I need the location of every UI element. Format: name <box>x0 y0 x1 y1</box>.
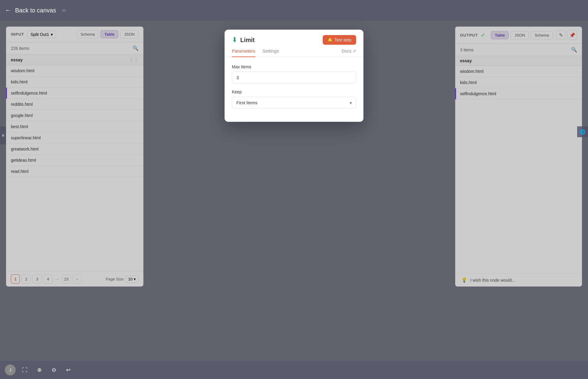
bottom-bar: J ⛶ ⊕ ⊖ ↩ <box>0 361 588 379</box>
keep-label: Keep <box>232 89 356 94</box>
external-link-icon: ↗ <box>353 49 356 53</box>
canvas-area: INPUT Split Out1 ▾ Schema Table JSON 226… <box>0 21 588 379</box>
fullscreen-icon[interactable]: ⛶ <box>19 364 30 375</box>
test-step-button[interactable]: 🔔 Test step <box>323 35 356 45</box>
modal-header: ⬇ Limit 🔔 Test step <box>225 30 363 45</box>
left-edge-icon[interactable]: ≡ <box>0 126 6 144</box>
max-items-group: Max Items <box>232 64 356 83</box>
zoom-in-icon[interactable]: ⊕ <box>34 364 45 375</box>
keep-value: First Items <box>236 100 257 105</box>
docs-label: Docs <box>342 49 351 53</box>
user-avatar[interactable]: J <box>5 364 16 375</box>
top-bar: ← Back to canvas ∞ <box>0 0 588 21</box>
modal-title-area: ⬇ Limit <box>232 36 255 44</box>
modal-tab-settings[interactable]: Settings <box>263 48 279 57</box>
max-items-label: Max Items <box>232 64 356 69</box>
docs-link[interactable]: Docs ↗ <box>342 48 356 57</box>
back-to-canvas-label[interactable]: Back to canvas <box>15 7 56 14</box>
modal-title: Limit <box>240 37 255 44</box>
back-arrow-icon[interactable]: ← <box>5 6 11 14</box>
modal-tab-parameters[interactable]: Parameters <box>232 48 255 57</box>
keep-group: Keep First Items <box>232 89 356 109</box>
left-edge: ≡ <box>0 126 6 144</box>
modal-overlay: ⬇ Limit 🔔 Test step Parameters Settings … <box>0 21 588 379</box>
right-edge: 🌐 <box>577 126 588 137</box>
test-step-label: Test step <box>334 37 351 42</box>
zoom-out-icon[interactable]: ⊖ <box>48 364 59 375</box>
max-items-input[interactable] <box>232 72 356 83</box>
keep-select-wrapper: First Items <box>232 97 356 109</box>
keep-select[interactable]: First Items <box>232 97 356 109</box>
bell-icon: 🔔 <box>328 37 333 42</box>
modal-body: Max Items Keep First Items <box>225 57 363 122</box>
limit-modal: ⬇ Limit 🔔 Test step Parameters Settings … <box>225 30 363 122</box>
brand-icon: ∞ <box>62 7 66 14</box>
limit-icon: ⬇ <box>232 36 237 44</box>
undo-icon[interactable]: ↩ <box>63 364 74 375</box>
globe-icon[interactable]: 🌐 <box>577 126 588 137</box>
modal-tabs: Parameters Settings Docs ↗ <box>225 45 363 57</box>
